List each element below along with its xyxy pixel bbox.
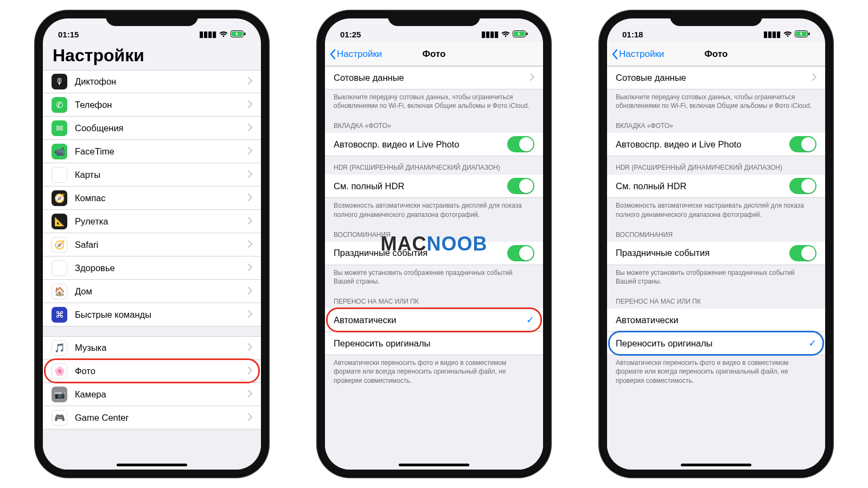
app-icon: 🌸 (52, 363, 67, 379)
row-cellular-data[interactable]: Сотовые данные (607, 66, 825, 89)
settings-row-FaceTime[interactable]: 📹 FaceTime (43, 140, 261, 163)
chevron-right-icon (248, 413, 252, 421)
nav-title: Фото (423, 49, 446, 60)
row-label: Переносить оригиналы (334, 338, 430, 349)
settings-row-Сообщения[interactable]: ✉︎ Сообщения (43, 117, 261, 140)
wifi-icon (501, 30, 510, 39)
footer-text: Вы можете установить отображение праздни… (607, 265, 825, 290)
svg-rect-5 (526, 33, 528, 35)
row-label: Автоматически (334, 315, 396, 325)
chevron-right-icon (248, 147, 252, 155)
row-label: Фото (75, 366, 95, 376)
toggle-switch[interactable] (789, 136, 816, 152)
row-label: См. полный HDR (334, 181, 404, 191)
app-icon: ✆ (52, 97, 67, 113)
row-label: Музыка (75, 343, 106, 353)
settings-row-Фото[interactable]: 🌸 Фото (43, 359, 261, 383)
settings-row-Game Center[interactable]: 🎮 Game Center (43, 406, 261, 429)
section-header: ВОСПОМИНАНИЯ (325, 223, 543, 242)
chevron-right-icon (248, 100, 252, 110)
settings-row-Здоровье[interactable]: ❤︎ Здоровье (43, 256, 261, 280)
screen-3: 01:18 ▮▮▮▮ Настройки Фото Сотовые данные… (607, 18, 825, 470)
chevron-right-icon (248, 217, 252, 224)
toggle-switch[interactable] (789, 178, 816, 194)
home-indicator[interactable] (117, 464, 187, 466)
chevron-right-icon (248, 264, 252, 271)
row-autoplay[interactable]: Автовоспр. видео и Live Photo (325, 133, 543, 156)
chevron-right-icon (248, 310, 252, 320)
chevron-right-icon (248, 263, 252, 273)
row-holiday-events[interactable]: Праздничные события (607, 242, 825, 265)
screen-2: 01:25 ▮▮▮▮ Настройки Фото Сотовые данные… (325, 18, 543, 470)
app-icon: 🎮 (52, 410, 67, 426)
settings-row-Safari[interactable]: 🧭 Safari (43, 233, 261, 256)
wifi-icon (783, 30, 792, 39)
row-transfer-option[interactable]: Автоматически (607, 309, 825, 332)
app-icon: 🗺 (52, 167, 67, 183)
row-label: Safari (75, 240, 98, 250)
settings-row-Дом[interactable]: 🏠 Дом (43, 280, 261, 303)
chevron-right-icon (248, 170, 252, 180)
chevron-right-icon (248, 310, 252, 318)
battery-icon (795, 30, 810, 39)
toggle-switch[interactable] (507, 245, 534, 261)
row-holiday-events[interactable]: Праздничные события (325, 242, 543, 265)
settings-row-Музыка[interactable]: 🎵 Музыка (43, 336, 261, 359)
chevron-right-icon (248, 146, 252, 157)
row-label: Быстрые команды (75, 310, 151, 320)
app-icon: 📐 (52, 214, 67, 229)
settings-content[interactable]: Сотовые данные Выключите передачу сотовы… (607, 66, 825, 470)
checkmark-icon: ✓ (526, 314, 534, 326)
row-full-hdr[interactable]: См. полный HDR (325, 175, 543, 198)
settings-row-Карты[interactable]: 🗺 Карты (43, 163, 261, 187)
settings-row-Быстрые команды[interactable]: ⌘ Быстрые команды (43, 303, 261, 326)
home-indicator[interactable] (681, 464, 751, 466)
row-transfer-option[interactable]: Переносить оригиналы ✓ (607, 332, 825, 355)
settings-list[interactable]: 🎙 Диктофон ✆ Телефон ✉︎ Сообщения 📹 Face… (43, 70, 261, 470)
chevron-right-icon (248, 413, 252, 423)
settings-row-Телефон[interactable]: ✆ Телефон (43, 93, 261, 117)
chevron-right-icon (248, 193, 252, 203)
screen-1: 01:15 ▮▮▮▮ Настройки 🎙 Диктофон ✆ Телефо… (43, 18, 261, 470)
back-button[interactable]: Настройки (329, 49, 382, 60)
checkmark-icon: ✓ (808, 337, 816, 349)
settings-row-Компас[interactable]: 🧭 Компас (43, 187, 261, 210)
row-label: Рулетка (75, 216, 108, 227)
chevron-right-icon (248, 123, 252, 133)
app-icon: 🏠 (52, 284, 67, 299)
settings-content[interactable]: Сотовые данные Выключите передачу сотовы… (325, 66, 543, 470)
row-label: Сотовые данные (616, 73, 686, 83)
settings-row-Камера[interactable]: 📷 Камера (43, 383, 261, 406)
row-autoplay[interactable]: Автовоспр. видео и Live Photo (607, 133, 825, 156)
row-transfer-option[interactable]: Автоматически ✓ (325, 309, 543, 332)
chevron-right-icon (248, 366, 252, 376)
chevron-right-icon (530, 73, 534, 81)
chevron-right-icon (248, 240, 252, 248)
section-header: HDR (РАСШИРЕННЫЙ ДИНАМИЧЕСКИЙ ДИАПАЗОН) (607, 156, 825, 175)
chevron-right-icon (248, 170, 252, 178)
row-cellular-data[interactable]: Сотовые данные (325, 66, 543, 89)
home-indicator[interactable] (399, 464, 469, 466)
footer-text: Выключите передачу сотовых данных, чтобы… (325, 89, 543, 114)
phone-3: 01:18 ▮▮▮▮ Настройки Фото Сотовые данные… (599, 11, 833, 477)
section-header: ПЕРЕНОС НА MAC ИЛИ ПК (607, 290, 825, 309)
row-label: Праздничные события (616, 248, 710, 258)
toggle-switch[interactable] (507, 136, 534, 152)
signal-icon: ▮▮▮▮ (481, 29, 499, 39)
row-label: Сотовые данные (334, 73, 404, 83)
status-time: 01:18 (622, 30, 643, 39)
row-full-hdr[interactable]: См. полный HDR (607, 175, 825, 198)
toggle-switch[interactable] (507, 178, 534, 194)
svg-rect-2 (244, 33, 246, 35)
toggle-switch[interactable] (789, 245, 816, 261)
phone-1: 01:15 ▮▮▮▮ Настройки 🎙 Диктофон ✆ Телефо… (35, 11, 269, 477)
app-icon: 🧭 (52, 190, 67, 206)
row-transfer-option[interactable]: Переносить оригиналы (325, 332, 543, 355)
back-button[interactable]: Настройки (611, 49, 664, 60)
status-time: 01:15 (58, 30, 79, 39)
settings-row-Диктофон[interactable]: 🎙 Диктофон (43, 70, 261, 93)
footer-text: Автоматически переносить фото и видео в … (607, 355, 825, 389)
settings-row-Рулетка[interactable]: 📐 Рулетка (43, 210, 261, 233)
wifi-icon (219, 30, 228, 39)
notch (106, 11, 198, 26)
